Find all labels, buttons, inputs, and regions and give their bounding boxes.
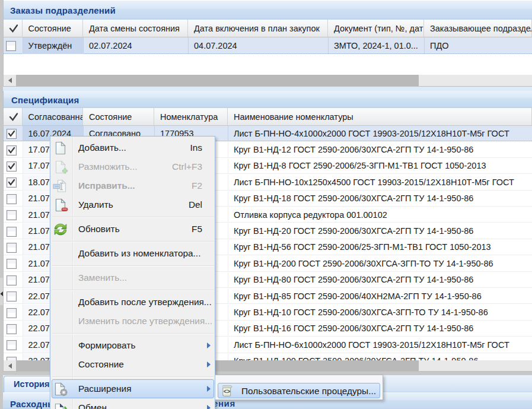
svg-text:<>: <> — [224, 388, 231, 395]
